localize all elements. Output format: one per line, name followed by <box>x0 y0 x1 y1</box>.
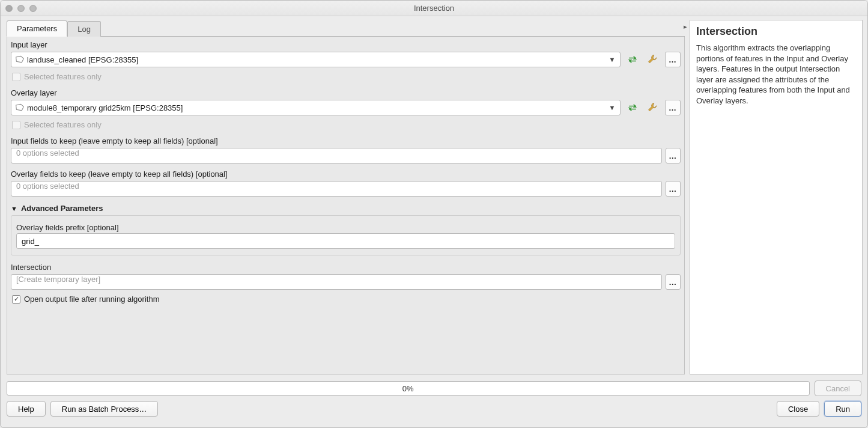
cancel-button-label: Cancel <box>826 384 850 393</box>
overlay-prefix-label: Overlay fields prefix [optional] <box>16 219 675 233</box>
intersection-output-label: Intersection <box>7 259 684 273</box>
chevron-down-icon: ▼ <box>607 56 618 63</box>
cancel-button: Cancel <box>815 381 861 396</box>
close-button-label: Close <box>788 405 808 414</box>
tab-parameters-label: Parameters <box>17 24 57 33</box>
tab-log[interactable]: Log <box>67 21 101 37</box>
help-panel: Intersection This algorithm extracts the… <box>690 20 863 374</box>
overlay-selected-only-label: Selected features only <box>24 120 102 129</box>
svg-marker-1 <box>16 104 24 110</box>
ellipsis-icon: … <box>669 55 677 64</box>
input-fields-browse-button[interactable]: … <box>666 148 681 164</box>
ellipsis-icon: … <box>669 278 677 287</box>
input-layer-label: Input layer <box>7 37 684 50</box>
ellipsis-icon: … <box>669 103 677 112</box>
overlay-fields-browse-button[interactable]: … <box>666 181 681 197</box>
caret-down-icon: ▼ <box>11 205 17 212</box>
close-button[interactable]: Close <box>777 401 819 417</box>
wrench-icon <box>647 102 659 114</box>
open-output-checkbox[interactable] <box>12 295 20 304</box>
run-batch-label: Run as Batch Process… <box>62 405 147 414</box>
tab-log-label: Log <box>77 25 91 34</box>
input-layer-combo[interactable]: landuse_cleaned [EPSG:28355] ▼ <box>11 52 621 67</box>
run-button-label: Run <box>836 405 850 414</box>
input-fields-label: Input fields to keep (leave empty to kee… <box>7 133 684 147</box>
polygon-layer-icon <box>15 103 25 112</box>
help-button[interactable]: Help <box>7 401 46 417</box>
loop-icon <box>627 102 639 113</box>
chevron-down-icon: ▼ <box>607 104 618 111</box>
tabs: Parameters Log <box>7 20 685 37</box>
svg-marker-0 <box>16 56 24 62</box>
footer: 0% Cancel Help Run as Batch Process… Clo… <box>1 377 867 423</box>
ellipsis-icon: … <box>669 151 677 160</box>
intersection-output-browse-button[interactable]: … <box>666 274 681 290</box>
overlay-selected-only-row: Selected features only <box>7 118 684 133</box>
run-button[interactable]: Run <box>824 401 861 417</box>
input-fields-placeholder: 0 options selected <box>16 148 79 157</box>
help-body: This algorithm extracts the overlapping … <box>696 43 856 106</box>
overlay-fields-label: Overlay fields to keep (leave empty to k… <box>7 166 684 180</box>
parameters-panel: Input layer landuse_cleaned [EPSG:28355]… <box>7 37 685 374</box>
wrench-icon <box>647 54 659 66</box>
ellipsis-icon: … <box>669 185 677 194</box>
progress-bar: 0% <box>7 381 810 396</box>
overlay-layer-combo[interactable]: module8_temporary grid25km [EPSG:28355] … <box>11 100 621 115</box>
open-output-label: Open output file after running algorithm <box>24 295 159 304</box>
intersection-output-placeholder: [Create temporary layer] <box>16 275 100 284</box>
tab-parameters[interactable]: Parameters <box>7 20 67 37</box>
input-selected-only-row: Selected features only <box>7 70 684 85</box>
advanced-options-button[interactable] <box>645 52 661 67</box>
window-title: Intersection <box>1 4 867 13</box>
overlay-layer-browse-button[interactable]: … <box>665 100 681 115</box>
advanced-parameters-toggle[interactable]: ▼ Advanced Parameters <box>7 199 684 215</box>
overlay-selected-only-checkbox <box>12 121 20 129</box>
input-selected-only-label: Selected features only <box>24 72 102 81</box>
open-output-row[interactable]: Open output file after running algorithm <box>7 292 684 307</box>
loop-icon <box>627 54 639 65</box>
iterate-features-button-overlay[interactable] <box>624 100 641 115</box>
overlay-layer-label: Overlay layer <box>7 85 684 99</box>
polygon-layer-icon <box>15 55 25 64</box>
overlay-fields-select[interactable]: 0 options selected <box>11 181 662 197</box>
run-batch-button[interactable]: Run as Batch Process… <box>50 401 159 417</box>
input-layer-value: landuse_cleaned [EPSG:28355] <box>25 55 607 64</box>
overlay-layer-value: module8_temporary grid25km [EPSG:28355] <box>25 103 607 112</box>
input-fields-select[interactable]: 0 options selected <box>11 148 662 164</box>
advanced-parameters-box: Overlay fields prefix [optional] <box>11 215 681 255</box>
progress-text: 0% <box>402 384 414 393</box>
titlebar: Intersection <box>1 1 867 16</box>
iterate-features-button[interactable] <box>624 52 641 67</box>
advanced-options-button-overlay[interactable] <box>645 100 661 115</box>
input-selected-only-checkbox <box>12 73 20 81</box>
intersection-output-input[interactable]: [Create temporary layer] <box>11 274 662 290</box>
overlay-fields-placeholder: 0 options selected <box>16 182 79 191</box>
help-title: Intersection <box>696 25 856 38</box>
help-button-label: Help <box>18 405 34 414</box>
overlay-prefix-input[interactable] <box>16 233 675 249</box>
advanced-parameters-label: Advanced Parameters <box>21 204 103 213</box>
panel-expand-caret-icon[interactable]: ▸ <box>684 23 687 31</box>
input-layer-browse-button[interactable]: … <box>665 52 681 67</box>
